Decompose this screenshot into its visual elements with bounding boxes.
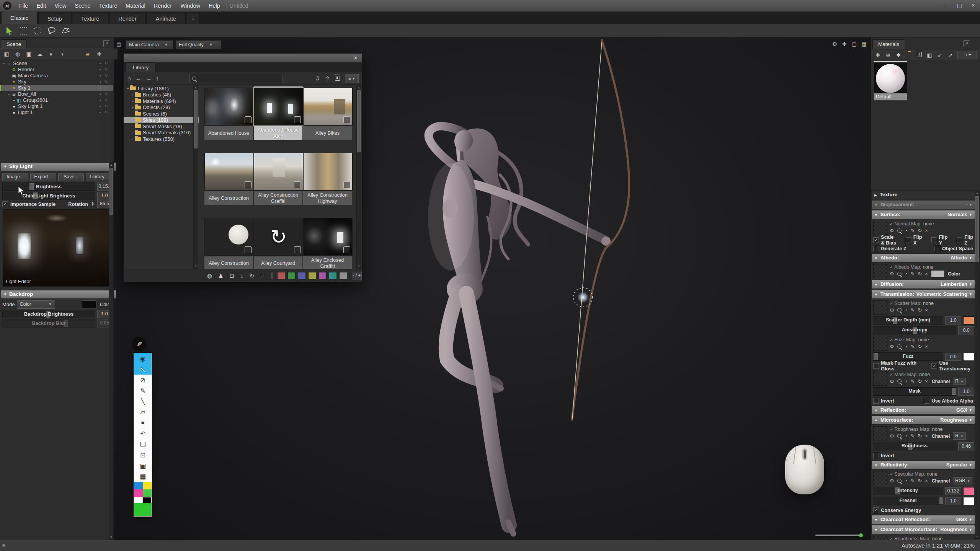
menu-item[interactable]: Texture <box>95 0 122 11</box>
checkbox[interactable]: ✓ <box>873 237 879 243</box>
checkbox-item[interactable]: Generate Z <box>873 246 906 251</box>
reset-icon[interactable]: ↻ <box>918 379 922 384</box>
monitor-view-icon[interactable]: ⊡ <box>230 272 235 279</box>
map-thumbnail[interactable] <box>873 426 887 440</box>
cube-icon[interactable]: ◧ <box>3 51 10 57</box>
minimize-button[interactable]: – <box>939 0 952 11</box>
gear-icon[interactable]: ⚙ <box>890 308 894 313</box>
reset-icon[interactable]: ↻ <box>918 434 922 439</box>
checkbox[interactable] <box>957 237 962 243</box>
checkbox-item[interactable]: Flip X <box>906 234 922 246</box>
magnifier-icon[interactable] <box>897 379 902 383</box>
material-section-header[interactable]: ▼Albedo:Albedo▼ <box>871 253 975 262</box>
checkbox-item[interactable]: Invert <box>873 398 894 404</box>
import-icon[interactable]: ↙ <box>937 52 943 58</box>
material-section-header[interactable]: ▼Diffusion:Lambertian▼ <box>871 280 975 289</box>
visibility-icon[interactable]: ● <box>99 97 101 103</box>
cube-icon[interactable]: ◧ <box>926 52 933 58</box>
importance-sample-checkbox[interactable]: ✓ <box>2 201 8 207</box>
edit-icon[interactable]: ✎ <box>911 308 915 313</box>
sky-icon[interactable]: ☁ <box>37 51 43 57</box>
eraser-icon[interactable]: ▱ <box>134 407 152 417</box>
checkbox[interactable] <box>906 237 911 243</box>
back-icon[interactable]: ← <box>136 75 141 82</box>
library-thumbnail[interactable]: ↻ Alley Construction Highway <box>303 153 352 205</box>
tag-color-swatch[interactable] <box>318 272 327 279</box>
slider-track[interactable]: Scatter Depth (mm) <box>873 316 943 324</box>
gear-icon[interactable]: ⚙ <box>890 379 894 384</box>
checkbox[interactable] <box>873 363 879 369</box>
workspace-tab[interactable]: Render <box>109 13 146 24</box>
add-material-icon[interactable]: ✚ <box>875 52 881 58</box>
panel-expand-icon[interactable]: ↗ <box>963 40 970 47</box>
marker-icon[interactable]: ✎ <box>134 385 152 396</box>
download-icon[interactable]: ⇩ <box>315 75 320 82</box>
materials-scrollbar[interactable]: ▲ ▼ <box>975 191 980 539</box>
panel-expand-icon[interactable]: ↗ <box>103 40 110 47</box>
thumbnail-checkbox[interactable] <box>343 246 350 253</box>
line-tool-icon[interactable]: ╲ <box>134 396 152 407</box>
magnifier-icon[interactable] <box>897 228 902 233</box>
light-gizmo[interactable] <box>577 292 589 303</box>
slider-track[interactable]: Anisotropy <box>873 326 956 334</box>
thumbnail-scrollbar[interactable]: ▲ ▼ <box>356 85 361 269</box>
slider-track[interactable]: Intensity <box>873 487 943 495</box>
lock-icon[interactable]: ↻ <box>105 103 108 109</box>
folder-scrollbar[interactable]: ▲ ▼ <box>193 85 198 269</box>
checkbox[interactable] <box>931 237 937 243</box>
tag-color-swatch[interactable] <box>287 272 296 279</box>
backdrop-brightness-slider[interactable]: Backdrop Brightness <box>2 310 95 318</box>
clear-icon[interactable]: × <box>925 434 928 439</box>
edit-icon[interactable]: ✎ <box>911 434 915 439</box>
tag-color-swatch[interactable] <box>298 272 306 279</box>
section-mode[interactable]: Lambertian <box>941 280 967 288</box>
folder-row[interactable]: Smart Masks (18) <box>124 123 199 130</box>
library-thumbnail[interactable]: ↻ Alley Construction <box>204 218 253 269</box>
pick-sphere-icon[interactable]: ◔ <box>905 344 908 349</box>
sky-light-button[interactable]: Export... <box>30 173 56 181</box>
menu-item[interactable]: Help <box>204 0 224 11</box>
section-mode[interactable]: Volumetric Scattering <box>916 290 967 298</box>
section-mode[interactable]: GGX <box>956 515 967 523</box>
gear-icon[interactable]: ⚙ <box>890 228 894 233</box>
tree-row[interactable]: ▣ Main Camera ● ↻ <box>0 73 113 79</box>
menu-item[interactable]: Material <box>121 0 150 11</box>
reset-icon[interactable]: ↻ <box>918 478 922 483</box>
slider-value[interactable]: 1.0 <box>945 316 961 324</box>
edit-icon[interactable]: ✎ <box>911 344 915 349</box>
folder-row[interactable]: + Materials (694) <box>124 98 199 104</box>
visibility-icon[interactable]: ● <box>99 91 101 97</box>
menu-item[interactable]: Edit <box>32 0 50 11</box>
section-mode[interactable]: GGX <box>956 406 967 414</box>
workspace-tab[interactable]: + <box>186 13 200 24</box>
library-thumbnail[interactable]: ↻ Alley Enclosed Graffiti <box>303 218 352 269</box>
slider-value[interactable]: 0.46 <box>958 442 974 450</box>
light-icon[interactable]: ◍ <box>15 51 21 57</box>
map-enabled-checkbox[interactable]: ✓ <box>890 301 893 306</box>
camera-select[interactable]: Main Camera▼ <box>126 40 173 49</box>
whiteboard-icon[interactable]: ⊡ <box>134 450 152 460</box>
map-thumbnail[interactable] <box>873 221 887 235</box>
library-titlebar[interactable]: × <box>124 54 362 63</box>
visibility-icon[interactable]: ● <box>99 67 101 73</box>
settings-icon[interactable]: ✱ <box>895 52 902 58</box>
sphere-view-icon[interactable]: ◍ <box>207 272 212 279</box>
lock-icon[interactable]: ↻ <box>105 79 108 85</box>
visibility-icon[interactable]: ● <box>99 60 101 67</box>
folder-row[interactable]: Scenes (6) <box>124 111 199 117</box>
folder-icon[interactable] <box>906 52 912 58</box>
checkbox-item[interactable]: Flip Y <box>931 234 948 246</box>
backdrop-color-swatch[interactable] <box>82 301 96 308</box>
palette-icon[interactable]: ◑ <box>59 51 65 57</box>
pick-sphere-icon[interactable]: ◔ <box>905 478 908 483</box>
library-thumbnail[interactable]: ↻ Abandoned House <box>204 88 253 140</box>
material-section-header[interactable]: ▼Surface:Normals▼ <box>871 210 975 219</box>
library-counter[interactable]: - / + <box>352 272 362 280</box>
render-settings-icon[interactable]: ⚙ <box>832 41 837 47</box>
lock-icon[interactable]: ↻ <box>105 85 108 91</box>
slider-value[interactable]: 1.0 <box>958 388 974 396</box>
thumbnail-checkbox[interactable] <box>245 246 252 253</box>
section-mode[interactable]: Specular <box>946 461 967 469</box>
lock-icon[interactable]: ↻ <box>105 91 108 97</box>
thumbnail-checkbox[interactable] <box>245 181 252 188</box>
